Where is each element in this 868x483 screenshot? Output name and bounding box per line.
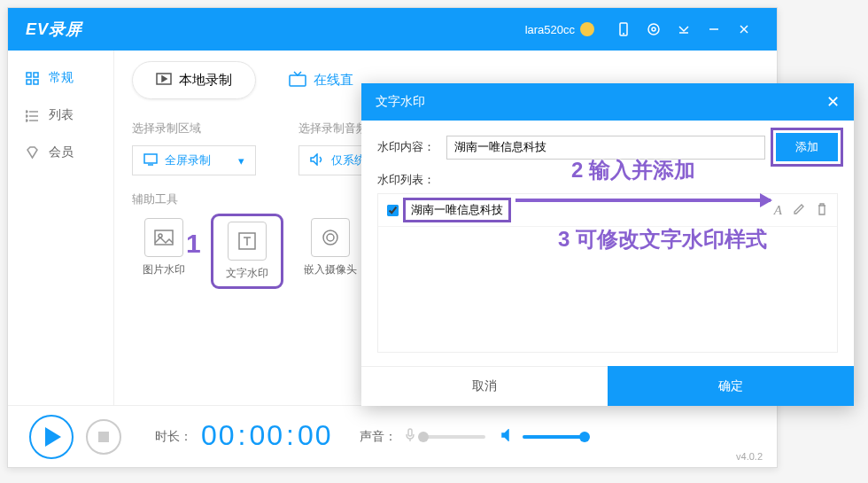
area-dropdown[interactable]: 全屏录制 ▾ [132, 145, 256, 175]
play-box-icon [156, 71, 172, 90]
mic-icon[interactable] [404, 428, 416, 446]
tab-local-record[interactable]: 本地录制 [132, 61, 256, 99]
audio-label: 声音： [360, 429, 397, 445]
edit-icon[interactable] [793, 203, 805, 218]
sidebar: 常规 列表 会员 [8, 51, 114, 405]
mobile-icon[interactable] [614, 19, 633, 39]
camera-icon [311, 218, 350, 257]
titlebar: EV录屏 lara520cc [8, 8, 777, 51]
sidebar-label: 列表 [49, 107, 74, 123]
watermark-list: 湖南一唯信息科技 A [377, 193, 838, 353]
annotation-1: 1 [186, 229, 201, 259]
timer-display: 00:00:00 [201, 419, 333, 454]
mic-slider[interactable] [423, 435, 485, 439]
sidebar-item-list[interactable]: 列表 [8, 97, 113, 134]
tool-label: 文字水印 [226, 266, 268, 281]
tab-label: 在线直 [314, 72, 353, 89]
svg-rect-9 [34, 73, 38, 77]
diamond-icon [24, 144, 40, 160]
font-style-icon[interactable]: A [774, 203, 782, 218]
speaker-icon [310, 153, 324, 168]
dialog-close-icon[interactable]: ✕ [826, 92, 840, 112]
svg-rect-11 [34, 80, 38, 84]
sidebar-item-member[interactable]: 会员 [8, 134, 113, 171]
app-title: EV录屏 [26, 19, 82, 40]
vip-badge-icon[interactable] [580, 22, 594, 36]
dialog-titlebar: 文字水印 ✕ [361, 83, 854, 121]
svg-point-16 [26, 115, 27, 117]
svg-rect-38 [408, 429, 412, 436]
add-button[interactable]: 添加 [776, 133, 838, 161]
ok-button[interactable]: 确定 [608, 366, 854, 406]
dialog-title: 文字水印 [376, 94, 425, 110]
tool-label: 图片水印 [143, 262, 185, 277]
tool-camera[interactable]: 嵌入摄像头 [298, 218, 362, 284]
annotation-2: 2 输入并添加 [571, 156, 695, 184]
svg-rect-20 [144, 154, 157, 163]
settings-icon[interactable] [644, 19, 663, 39]
tab-online-stream[interactable]: 在线直 [265, 61, 377, 99]
tool-label: 嵌入摄像头 [304, 262, 357, 277]
svg-point-2 [648, 24, 659, 35]
record-button[interactable] [29, 415, 74, 459]
stop-button[interactable] [86, 419, 121, 455]
svg-rect-10 [27, 80, 31, 84]
stop-icon [98, 432, 109, 442]
caret-down-icon: ▾ [238, 154, 244, 167]
svg-rect-8 [27, 73, 31, 77]
tv-icon [289, 71, 306, 90]
user-name[interactable]: lara520cc [525, 23, 575, 36]
minimize-icon[interactable] [704, 19, 724, 39]
close-icon[interactable] [734, 19, 754, 39]
svg-point-25 [323, 230, 337, 245]
tab-label: 本地录制 [179, 72, 232, 89]
dropdown-icon[interactable] [674, 19, 694, 39]
annotation-3: 3 可修改文字水印样式 [558, 225, 767, 253]
monitor-icon [143, 153, 158, 168]
image-icon [144, 218, 183, 257]
sidebar-item-general[interactable]: 常规 [8, 59, 113, 97]
sidebar-label: 会员 [49, 144, 74, 160]
cancel-button[interactable]: 取消 [361, 366, 608, 406]
svg-rect-19 [290, 75, 306, 86]
svg-point-15 [26, 111, 27, 113]
area-section-title: 选择录制区域 [132, 121, 256, 136]
text-icon [228, 222, 267, 261]
speaker-slider[interactable] [523, 435, 585, 439]
speaker-icon[interactable] [501, 429, 515, 445]
svg-point-3 [652, 27, 655, 31]
sidebar-label: 常规 [49, 70, 74, 86]
grid-icon [24, 70, 40, 86]
list-icon [24, 107, 40, 123]
tool-text-watermark[interactable]: 文字水印 [215, 218, 279, 284]
svg-rect-22 [155, 230, 173, 245]
version-label: v4.0.2 [736, 451, 763, 462]
delete-icon[interactable] [816, 203, 828, 218]
play-icon [45, 427, 61, 447]
content-label: 水印内容： [377, 139, 446, 155]
watermark-checkbox[interactable] [387, 205, 399, 216]
dropdown-value: 全屏录制 [165, 152, 211, 168]
duration-label: 时长： [155, 429, 192, 445]
bottombar: 时长： 00:00:00 声音： [8, 405, 777, 467]
svg-point-17 [26, 120, 27, 121]
watermark-item-text: 湖南一唯信息科技 [406, 200, 508, 220]
annotation-arrow [515, 199, 771, 202]
list-label: 水印列表： [377, 172, 446, 188]
svg-point-26 [327, 234, 334, 241]
